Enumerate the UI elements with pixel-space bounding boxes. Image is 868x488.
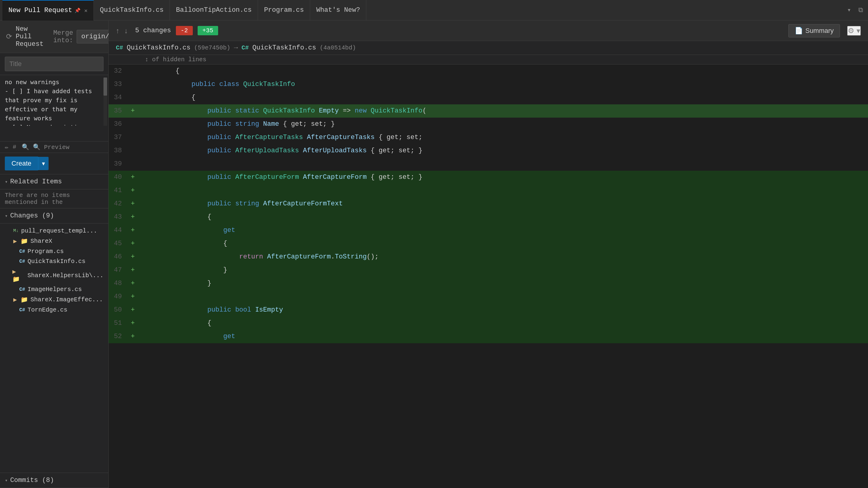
- nav-down-button[interactable]: ↓: [124, 27, 128, 35]
- file-to-lang: C#: [241, 44, 249, 51]
- line-marker: +: [127, 277, 139, 290]
- edit-icon[interactable]: ✏: [5, 143, 8, 151]
- description-textarea[interactable]: no new warnings - [ ] I have added tests…: [5, 77, 103, 126]
- line-code: public AfterCaptureForm AfterCaptureForm…: [139, 171, 868, 184]
- folder-name-imageeffects: ShareX.ImageEffec...: [30, 296, 103, 303]
- tab-whatsnew-label: What's New?: [316, 6, 360, 14]
- line-number: 35: [108, 104, 127, 118]
- file-tree-item-helperslib-folder[interactable]: ▶ 📁 ShareX.HelpersLib\...: [0, 266, 108, 285]
- folder-icon-3: ▶ 📁: [13, 296, 28, 303]
- tab-program-label: Program.cs: [264, 6, 304, 14]
- create-button[interactable]: Create: [5, 157, 38, 170]
- tab-quicktaskinfo-label: QuickTaskInfo.cs: [100, 6, 163, 14]
- tab-new-pull-request-label: New Pull Request: [8, 7, 72, 14]
- line-number: 38: [108, 144, 127, 157]
- code-line-36: 36 public string Name { get; set; }: [108, 118, 868, 131]
- pr-sync-icon: ⟳: [6, 32, 12, 41]
- line-number: 45: [108, 237, 127, 250]
- tab-end-controls: ▾ ⧉: [845, 5, 866, 15]
- changes-chevron: ▾: [5, 213, 8, 219]
- line-code: [139, 157, 868, 171]
- related-items-header[interactable]: ▾ Related Items: [0, 174, 108, 189]
- line-marker: +: [127, 330, 139, 343]
- code-line-47: 47+ }: [108, 264, 868, 277]
- line-marker: +: [127, 184, 139, 197]
- file-tree-item-imageeffects-folder[interactable]: ▶ 📁 ShareX.ImageEffec...: [0, 294, 108, 305]
- line-marker: [127, 131, 139, 144]
- tab-dropdown-icon[interactable]: ▾: [845, 5, 854, 15]
- file-tree-item-sharex-folder[interactable]: ▶ 📁 ShareX: [0, 236, 108, 247]
- cs-file-icon: C#: [19, 249, 25, 254]
- file-tree-item-imagehelpers-cs[interactable]: C# ImageHelpers.cs: [0, 285, 108, 294]
- line-number: 33: [108, 78, 127, 91]
- line-marker: +: [127, 210, 139, 224]
- code-line-50: 50+ public bool IsEmpty: [108, 303, 868, 317]
- preview-button[interactable]: 🔍 🔍 Preview: [22, 143, 69, 151]
- line-code: public AfterUploadTasks AfterUploadTasks…: [139, 144, 868, 157]
- settings-button[interactable]: ⚙ ▾: [847, 26, 861, 36]
- tab-close-icon[interactable]: ✕: [84, 7, 88, 14]
- line-code: get: [139, 330, 868, 343]
- file-name-program-cs: Program.cs: [27, 248, 64, 255]
- line-code: public AfterCaptureTasks AfterCaptureTas…: [139, 131, 868, 144]
- changes-header[interactable]: ▾ Changes (9): [0, 208, 108, 224]
- line-marker: [127, 157, 139, 171]
- related-items-chevron: ▾: [5, 179, 8, 185]
- line-code: public bool IsEmpty: [139, 303, 868, 317]
- file-tree-item-tornedge-cs[interactable]: C# TornEdge.cs: [0, 305, 108, 315]
- summary-icon: 📄: [795, 27, 803, 35]
- tab-program[interactable]: Program.cs: [258, 0, 310, 21]
- code-line-33: 33 public class QuickTaskInfo: [108, 78, 868, 91]
- cs-file-icon-4: C#: [19, 307, 25, 313]
- related-items-text: There are no items mentioned in the: [5, 192, 70, 206]
- tab-new-pull-request[interactable]: New Pull Request 📌 ✕: [2, 0, 94, 21]
- merge-into-label: Merge into:: [53, 29, 73, 44]
- line-marker: [127, 144, 139, 157]
- diff-file-header: C# QuickTaskInfo.cs (59e7450b) → C# Quic…: [108, 41, 868, 55]
- line-code: {: [139, 237, 868, 250]
- commits-title: Commits (8): [10, 477, 54, 484]
- create-section: Create ▾: [0, 153, 108, 174]
- code-line-40: 40+ public AfterCaptureForm AfterCapture…: [108, 171, 868, 184]
- file-name-tornedge-cs: TornEdge.cs: [27, 306, 67, 313]
- tab-restore-icon[interactable]: ⧉: [856, 5, 866, 15]
- line-number: 49: [108, 290, 127, 303]
- tab-whatsnew[interactable]: What's New?: [310, 0, 366, 21]
- grid-icon[interactable]: #: [13, 143, 16, 151]
- deletions-badge: -2: [176, 26, 193, 35]
- left-panel: ⟳ New Pull Request Merge into: origin/de…: [0, 21, 108, 488]
- file-tree-item-program-cs[interactable]: C# Program.cs: [0, 247, 108, 256]
- title-input[interactable]: [5, 57, 103, 71]
- create-dropdown-button[interactable]: ▾: [38, 157, 49, 170]
- main-layout: ⟳ New Pull Request Merge into: origin/de…: [0, 21, 868, 488]
- file-name-pull-request-template: pull_request_templ...: [21, 227, 97, 234]
- commits-header[interactable]: ▾ Commits (8): [0, 473, 108, 488]
- hidden-lines-indicator: ↕ of hidden lines: [108, 55, 868, 65]
- pr-header: ⟳ New Pull Request Merge into: origin/de…: [0, 21, 108, 53]
- line-code: }: [139, 277, 868, 290]
- file-to-hash: (4a0514bd): [320, 44, 356, 51]
- nav-up-button[interactable]: ↑: [116, 27, 120, 35]
- line-number: 42: [108, 197, 127, 210]
- line-marker: +: [127, 197, 139, 210]
- line-marker: +: [127, 250, 139, 264]
- file-tree-item-quicktaskinfo-cs[interactable]: C# QuickTaskInfo.cs: [0, 256, 108, 266]
- tab-quicktaskinfo[interactable]: QuickTaskInfo.cs: [94, 0, 170, 21]
- file-tree-item-pull-request-template[interactable]: M↓ pull_request_templ...: [0, 226, 108, 236]
- tab-balloonaction[interactable]: BalloonTipAction.cs: [170, 0, 258, 21]
- code-line-37: 37 public AfterCaptureTasks AfterCapture…: [108, 131, 868, 144]
- code-line-41: 41+: [108, 184, 868, 197]
- code-line-51: 51+ {: [108, 317, 868, 330]
- code-line-42: 42+ public string AfterCaptureFormText: [108, 197, 868, 210]
- code-line-48: 48+ }: [108, 277, 868, 290]
- diff-content[interactable]: ↕ of hidden lines 32 {33 public class Qu…: [108, 55, 868, 488]
- line-number: 37: [108, 131, 127, 144]
- line-marker: [127, 65, 139, 78]
- line-number: 34: [108, 91, 127, 104]
- folder-icon-2: ▶ 📁: [12, 268, 25, 283]
- folder-name-helperslib: ShareX.HelpersLib\...: [27, 272, 103, 279]
- line-marker: +: [127, 290, 139, 303]
- commits-chevron: ▾: [5, 478, 8, 484]
- summary-button[interactable]: 📄 Summary: [788, 24, 840, 37]
- description-scrollbar[interactable]: [103, 77, 107, 126]
